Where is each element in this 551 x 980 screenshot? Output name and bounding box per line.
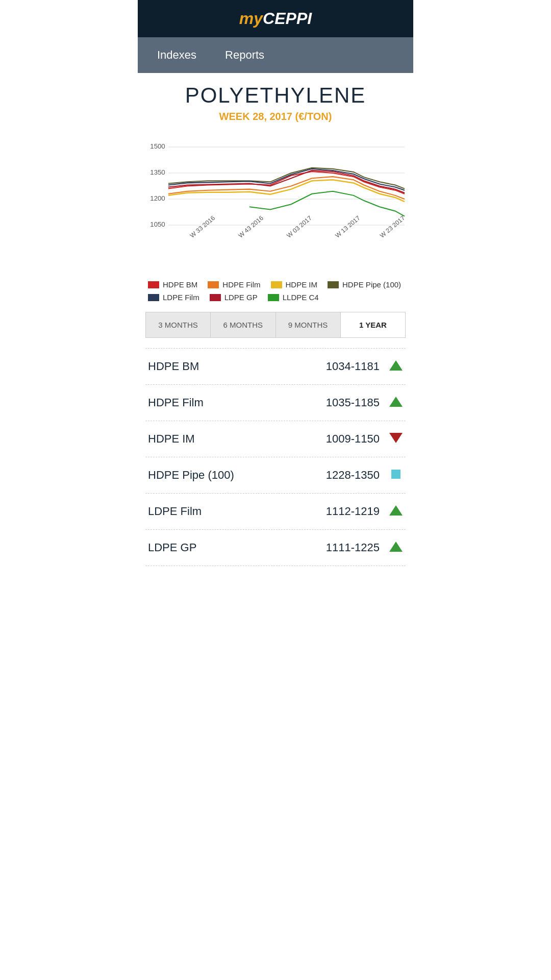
nav-indexes[interactable]: Indexes [143, 37, 211, 73]
legend-hdpe-bm: HDPE BM [148, 280, 197, 289]
legend-color-lldpe-c4 [268, 294, 279, 301]
legend-color-ldpe-gp [210, 294, 221, 301]
row-name-hdpe-pipe: HDPE Pipe (100) [148, 469, 326, 482]
arrow-down-icon [389, 433, 403, 443]
row-name-hdpe-im: HDPE IM [148, 432, 326, 446]
svg-text:W 33 2016: W 33 2016 [189, 214, 216, 239]
time-btn-9months[interactable]: 9 MONTHS [276, 312, 341, 337]
legend-hdpe-pipe: HDPE Pipe (100) [328, 280, 401, 289]
legend-hdpe-im: HDPE IM [271, 280, 318, 289]
legend-label-ldpe-film: LDPE Film [163, 293, 199, 302]
row-name-ldpe-film: LDPE Film [148, 505, 326, 518]
svg-text:1350: 1350 [150, 168, 165, 176]
svg-text:W 23 2017: W 23 2017 [379, 214, 406, 239]
row-indicator-hdpe-im [389, 433, 403, 445]
table-row[interactable]: LDPE GP 1111-1225 [145, 530, 406, 566]
legend-ldpe-film: LDPE Film [148, 293, 199, 302]
svg-text:1050: 1050 [150, 220, 165, 228]
time-range-selector: 3 MONTHS 6 MONTHS 9 MONTHS 1 YEAR [145, 312, 406, 338]
legend-label-lldpe-c4: LLDPE C4 [283, 293, 319, 302]
square-icon [391, 470, 400, 479]
table-row[interactable]: HDPE Film 1035-1185 [145, 385, 406, 421]
week-subtitle: WEEK 28, 2017 (€/TON) [145, 111, 406, 122]
data-table: HDPE BM 1034-1181 HDPE Film 1035-1185 HD… [145, 348, 406, 566]
legend-label-ldpe-gp: LDPE GP [224, 293, 258, 302]
row-value-ldpe-gp: 1111-1225 [326, 541, 380, 554]
app-header: myCEPPI [138, 0, 413, 37]
logo-my: my [239, 9, 263, 28]
legend-hdpe-film: HDPE Film [208, 280, 260, 289]
time-btn-1year[interactable]: 1 YEAR [341, 312, 405, 337]
row-indicator-ldpe-film [389, 505, 403, 518]
table-row[interactable]: HDPE BM 1034-1181 [145, 348, 406, 385]
price-chart: 1500 1350 1200 1050 W 33 2016 W 43 2016 … [145, 133, 406, 265]
legend-lldpe-c4: LLDPE C4 [268, 293, 319, 302]
app-logo: myCEPPI [143, 9, 408, 28]
legend-ldpe-gp: LDPE GP [210, 293, 258, 302]
arrow-up-icon [389, 360, 403, 371]
table-row[interactable]: HDPE IM 1009-1150 [145, 421, 406, 457]
legend-label-hdpe-film: HDPE Film [222, 280, 260, 289]
main-content: POLYETHYLENE WEEK 28, 2017 (€/TON) 1500 … [138, 73, 413, 576]
row-name-hdpe-bm: HDPE BM [148, 360, 326, 373]
chart-container: 1500 1350 1200 1050 W 33 2016 W 43 2016 … [145, 133, 406, 267]
svg-text:W 03 2017: W 03 2017 [285, 214, 313, 239]
svg-text:1500: 1500 [150, 142, 165, 150]
commodity-title: POLYETHYLENE [145, 83, 406, 108]
legend-color-hdpe-pipe [328, 281, 339, 288]
svg-text:1200: 1200 [150, 194, 165, 202]
legend-label-hdpe-im: HDPE IM [286, 280, 318, 289]
row-value-ldpe-film: 1112-1219 [326, 505, 380, 518]
legend-label-hdpe-bm: HDPE BM [163, 280, 197, 289]
row-indicator-hdpe-bm [389, 360, 403, 373]
row-name-ldpe-gp: LDPE GP [148, 541, 326, 554]
arrow-up-icon [389, 542, 403, 552]
main-nav: Indexes Reports [138, 37, 413, 73]
arrow-up-icon [389, 397, 403, 407]
legend-label-hdpe-pipe: HDPE Pipe (100) [342, 280, 401, 289]
logo-ceppi: CEPPI [263, 9, 312, 28]
row-indicator-hdpe-film [389, 397, 403, 409]
arrow-up-icon [389, 505, 403, 516]
legend-color-hdpe-film [208, 281, 219, 288]
time-btn-6months[interactable]: 6 MONTHS [211, 312, 276, 337]
legend-color-hdpe-im [271, 281, 282, 288]
svg-text:W 13 2017: W 13 2017 [334, 214, 361, 239]
row-name-hdpe-film: HDPE Film [148, 396, 326, 409]
nav-reports[interactable]: Reports [211, 37, 279, 73]
row-value-hdpe-bm: 1034-1181 [326, 360, 380, 373]
row-indicator-hdpe-pipe [389, 470, 403, 481]
legend-color-hdpe-bm [148, 281, 159, 288]
row-value-hdpe-im: 1009-1150 [326, 432, 380, 446]
row-value-hdpe-pipe: 1228-1350 [326, 469, 380, 482]
row-value-hdpe-film: 1035-1185 [326, 396, 380, 409]
chart-legend: HDPE BM HDPE Film HDPE IM HDPE Pipe (100… [145, 275, 406, 312]
table-row[interactable]: HDPE Pipe (100) 1228-1350 [145, 457, 406, 494]
svg-text:W 43 2016: W 43 2016 [237, 214, 265, 239]
row-indicator-ldpe-gp [389, 542, 403, 554]
time-btn-3months[interactable]: 3 MONTHS [146, 312, 211, 337]
table-row[interactable]: LDPE Film 1112-1219 [145, 494, 406, 530]
legend-color-ldpe-film [148, 294, 159, 301]
